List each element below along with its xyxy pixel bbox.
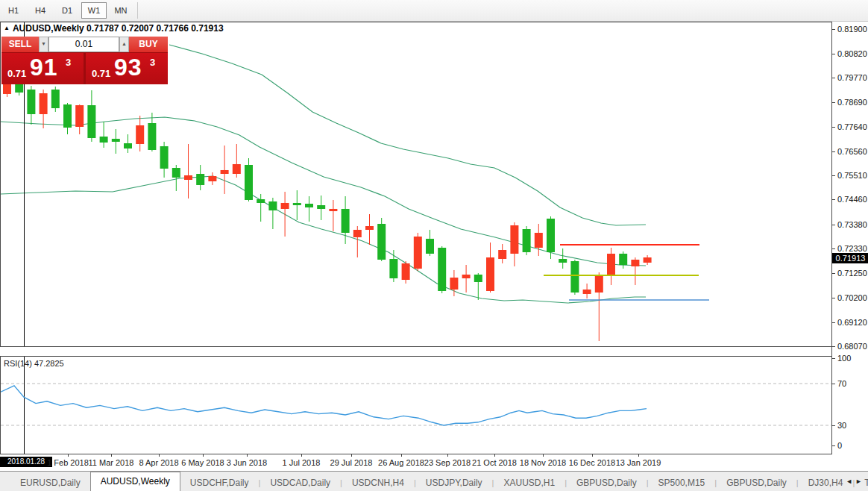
candlestick [63,104,72,128]
candlestick [402,263,410,280]
candlestick [87,105,95,138]
candlestick [438,248,446,291]
time-axis-label: 1 Jul 2018 [283,458,321,467]
time-axis-label: 11 Mar 2018 [89,458,134,467]
price-axis-tick [832,78,835,78]
price-axis-label: 0.81900 [837,25,867,34]
timeframe-button-h1[interactable]: H1 [1,2,26,19]
scroll-right-icon[interactable]: ► [855,478,865,485]
price-axis-tick [832,298,835,298]
candlestick [644,257,652,263]
chart-tab-usdchf-daily[interactable]: USDCHF,Daily [180,474,259,491]
price-axis-tick [832,151,835,152]
candlestick [365,226,374,230]
chart-tab-eurusd-daily[interactable]: EURUSD,Daily [10,474,90,491]
rsi-axis-tick [832,384,835,384]
candlestick [510,225,518,254]
candlestick [595,276,603,293]
sell-price-sup: 3 [66,57,71,68]
candlestick [353,230,362,237]
buy-price-prefix: 0.71 [92,68,110,79]
timeframe-button-d1[interactable]: D1 [54,2,80,19]
candlestick [377,224,386,260]
rsi-axis-tick [832,445,835,446]
collapse-arrow-icon[interactable]: ▲ [4,25,10,31]
chart-tab-usdjpy-daily[interactable]: USDJPY,Daily [416,474,492,491]
lot-size-input[interactable]: 0.01 [48,37,119,52]
candlestick [27,90,35,114]
price-axis-label: 0.76560 [837,147,867,156]
candlestick [559,259,567,263]
lot-decrease-icon[interactable]: ▼ [39,37,48,52]
time-axis-tickmark [401,454,402,457]
price-axis-tick [832,273,835,274]
candlestick [535,233,543,248]
candlestick [75,105,84,127]
candlestick [160,146,169,169]
candlestick [486,257,494,291]
buy-price-big: 93 [114,54,142,81]
chart-tab-dj30-h4[interactable]: DJ30,H4 [799,474,853,491]
time-axis-tickmark [494,454,495,457]
candlestick [3,84,11,94]
candlestick [450,278,458,290]
scroll-left-icon[interactable]: ◄ [846,478,855,485]
candlestick [196,174,204,185]
timeframe-button-w1[interactable]: W1 [81,2,107,19]
timeframe-button-h4[interactable]: H4 [28,2,53,19]
candlestick [245,165,253,200]
price-axis-label: 0.73380 [837,220,867,229]
price-axis-tick [832,199,835,200]
price-axis-label: 0.78690 [837,98,867,107]
chart-tab-audusd-weekly[interactable]: AUDUSD,Weekly [90,472,180,491]
sell-button[interactable]: SELL [1,37,39,52]
timeframe-button-mn[interactable]: MN [108,2,133,19]
candlestick [317,205,325,209]
candlestick [329,209,337,211]
price-axis[interactable]: 0.71913 0.819000.808200.797700.786900.77… [831,22,868,454]
time-axis-label: 13 Jan 2019 [616,458,661,467]
price-axis-label: 0.68070 [837,342,867,351]
price-axis-tick [832,29,835,30]
time-axis-label: 23 Sep 2018 [424,458,471,467]
chart-tab-gbpusd-daily[interactable]: GBPUSD,Daily [717,474,796,491]
one-click-trading-panel: SELL ▼ 0.01 ▲ BUY 0.71 91 3 0.71 93 3 [1,37,168,84]
chart-tab-usdcnh-h4[interactable]: USDCNH,H4 [342,474,414,491]
tab-scroll-arrows[interactable]: ◄► [846,478,865,485]
candlestick [305,204,313,207]
price-axis-tick [832,322,835,323]
time-axis-tickmark [111,454,112,457]
bollinger-upper-band [169,45,646,225]
timeframe-toolbar: H1H4D1W1MN [0,0,868,22]
time-axis[interactable]: 2018.01.28 0:00 1 Feb 201811 Mar 20188 A… [0,454,868,471]
candlestick [268,201,277,210]
buy-button[interactable]: BUY [129,37,168,52]
candlestick [51,90,60,108]
candlestick [100,137,108,143]
lot-increase-icon[interactable]: ▲ [119,37,129,52]
price-axis-tick [832,248,835,249]
time-axis-tickmark [592,454,593,457]
candlestick [474,275,482,282]
buy-price-display[interactable]: 0.71 93 3 [86,53,168,84]
sell-price-display[interactable]: 0.71 91 3 [1,53,84,84]
chart-tab-xauusd-h1[interactable]: XAUUSD,H1 [494,474,564,491]
chart-tab-sp500-m15[interactable]: SP500,M15 [649,474,715,491]
mt4-window: H1H4D1W1MN ▲AUDUSD,Weekly 0.71787 0.7200… [0,0,868,491]
rsi-axis-label: 70 [837,379,846,388]
trade-prices-row: 0.71 91 3 0.71 93 3 [1,53,168,84]
candlestick [208,176,216,181]
price-axis-label: 0.69120 [837,318,867,327]
candlestick [631,260,639,266]
rsi-pane[interactable] [0,356,831,454]
candlestick [172,168,180,178]
price-axis-tick [832,175,835,176]
trade-controls-row: SELL ▼ 0.01 ▲ BUY [1,37,168,52]
price-axis-label: 0.77640 [837,122,867,131]
chart-tab-gbpusd-daily[interactable]: GBPUSD,Daily [567,474,647,491]
chart-title-text: AUDUSD,Weekly 0.71787 0.72007 0.71766 0.… [13,23,224,34]
current-price-badge: 0.71913 [832,253,868,263]
candlestick [293,203,301,205]
chart-tab-usdcad-daily[interactable]: USDCAD,Daily [260,474,340,491]
time-axis-label: 18 Nov 2018 [520,458,566,467]
